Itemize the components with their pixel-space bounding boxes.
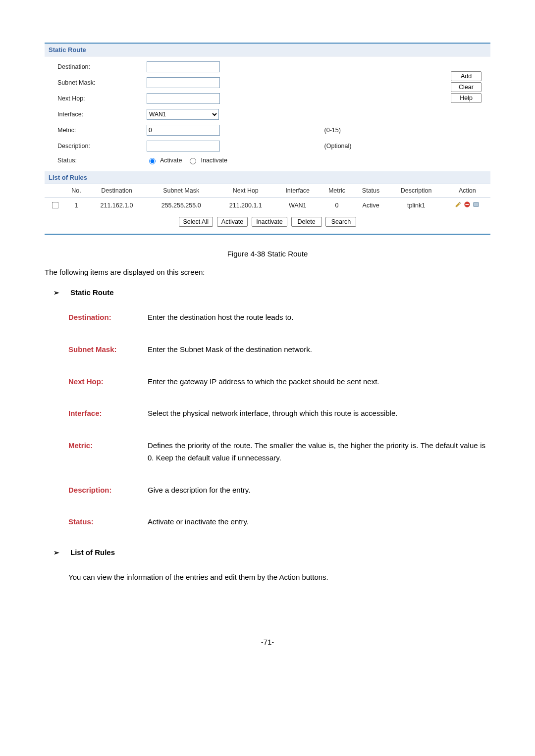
field-desc: Give a description for the entry.: [148, 484, 485, 497]
metric-hint: (0-15): [324, 127, 451, 134]
field-desc: Select the physical network interface, t…: [148, 407, 485, 420]
description-hint: (Optional): [324, 143, 451, 150]
field-definitions: Destination:Enter the destination host t…: [68, 311, 485, 528]
field-label: Next Hop:: [68, 376, 148, 388]
field-label: Description:: [68, 484, 148, 497]
status-inactivate-label: Inactivate: [201, 157, 227, 164]
next-hop-input[interactable]: [147, 93, 220, 104]
label-destination: Destination:: [57, 63, 142, 70]
cell-metric: 0: [320, 198, 354, 213]
field-desc: Enter the destination host the route lea…: [148, 311, 485, 324]
field-desc: Defines the priority of the route. The s…: [148, 440, 485, 464]
arrow-icon: ➢: [54, 289, 59, 297]
activate-button[interactable]: Activate: [217, 217, 248, 227]
label-next-hop: Next Hop:: [57, 95, 142, 102]
col-action: Action: [444, 184, 490, 198]
add-button[interactable]: Add: [451, 71, 482, 81]
col-no: No.: [65, 184, 87, 198]
status-activate-radio[interactable]: [149, 158, 156, 164]
field-desc: Activate or inactivate the entry.: [148, 516, 485, 528]
cell-next-hop: 211.200.1.1: [216, 198, 275, 213]
clear-button[interactable]: Clear: [451, 82, 482, 92]
field-label: Destination:: [68, 311, 148, 324]
section-pointer-rules: ➢ List of Rules: [54, 548, 490, 556]
form-zone: Destination: Subnet Mask: Next Hop: Inte…: [45, 56, 490, 171]
rules-body-text: You can view the information of the entr…: [68, 571, 490, 583]
col-subnet-mask: Subnet Mask: [146, 184, 216, 198]
cell-interface: WAN1: [275, 198, 320, 213]
row-checkbox[interactable]: [52, 202, 59, 209]
label-interface: Interface:: [57, 111, 142, 118]
col-metric: Metric: [320, 184, 354, 198]
col-status: Status: [354, 184, 388, 198]
col-description: Description: [388, 184, 444, 198]
table-button-row: Select All Activate Inactivate Delete Se…: [45, 213, 490, 234]
field-label: Status:: [68, 516, 148, 528]
label-description: Description:: [57, 143, 142, 150]
status-activate-label: Activate: [160, 157, 182, 164]
figure-caption: Figure 4-38 Static Route: [45, 250, 490, 258]
label-status: Status:: [57, 157, 142, 164]
select-all-button[interactable]: Select All: [179, 217, 213, 227]
section-title: Static Route: [70, 288, 114, 297]
col-destination: Destination: [87, 184, 146, 198]
col-interface: Interface: [275, 184, 320, 198]
label-subnet-mask: Subnet Mask:: [57, 79, 142, 86]
static-route-panel: Static Route Destination: Subnet Mask: N…: [45, 43, 490, 235]
cell-destination: 211.162.1.0: [87, 198, 146, 213]
field-label: Metric:: [68, 440, 148, 464]
field-label: Interface:: [68, 407, 148, 420]
section-title: List of Rules: [70, 548, 115, 556]
cell-description: tplink1: [388, 198, 444, 213]
interface-select[interactable]: WAN1: [147, 109, 219, 120]
intro-text: The following items are displayed on thi…: [45, 268, 490, 276]
section-header-static-route: Static Route: [45, 44, 490, 56]
cell-subnet-mask: 255.255.255.0: [146, 198, 216, 213]
rules-table: No. Destination Subnet Mask Next Hop Int…: [45, 184, 490, 213]
label-metric: Metric:: [57, 127, 142, 134]
table-row: 1 211.162.1.0 255.255.255.0 211.200.1.1 …: [45, 198, 490, 213]
field-label: Subnet Mask:: [68, 344, 148, 356]
cell-status: Active: [354, 198, 388, 213]
field-desc: Enter the gateway IP address to which th…: [148, 376, 485, 388]
edit-icon[interactable]: [455, 201, 462, 208]
delete-button[interactable]: Delete: [291, 217, 322, 227]
metric-input[interactable]: [147, 125, 220, 136]
help-button[interactable]: Help: [451, 93, 482, 103]
description-input[interactable]: [147, 141, 220, 151]
cell-no: 1: [65, 198, 87, 213]
svg-rect-1: [466, 204, 469, 205]
inactivate-button[interactable]: Inactivate: [252, 217, 287, 227]
page-number: -71-: [45, 638, 490, 646]
detail-icon[interactable]: [473, 201, 480, 208]
field-desc: Enter the Subnet Mask of the destination…: [148, 344, 485, 356]
search-button[interactable]: Search: [325, 217, 356, 227]
col-next-hop: Next Hop: [216, 184, 275, 198]
destination-input[interactable]: [147, 61, 220, 72]
subnet-mask-input[interactable]: [147, 77, 220, 88]
section-pointer-static-route: ➢ Static Route: [54, 288, 490, 297]
delete-icon[interactable]: [464, 201, 471, 208]
status-inactivate-radio[interactable]: [190, 158, 196, 164]
arrow-icon: ➢: [54, 549, 59, 556]
section-header-rules: List of Rules: [45, 171, 490, 184]
svg-rect-2: [474, 202, 479, 207]
